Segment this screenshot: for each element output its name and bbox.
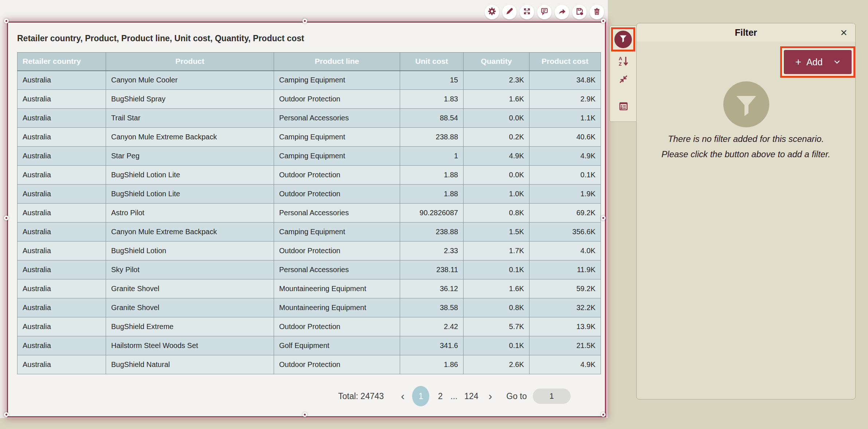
close-icon[interactable]: × bbox=[840, 25, 847, 40]
table-cell: Outdoor Protection bbox=[274, 90, 400, 109]
table-row[interactable]: AustraliaCanyon Mule Extreme BackpackCam… bbox=[17, 128, 601, 147]
current-page-badge[interactable]: 1 bbox=[412, 386, 429, 406]
pagination: Total: 24743 ‹ 1 2 ... 124 › Go to bbox=[338, 386, 571, 406]
table-cell: Canyon Mule Cooler bbox=[106, 71, 274, 90]
column-header[interactable]: Retailer country bbox=[17, 53, 106, 71]
table-widget[interactable]: Retailer country, Product, Product line,… bbox=[7, 22, 606, 417]
table-cell: BugShield Extreme bbox=[106, 317, 274, 336]
comment-button[interactable] bbox=[537, 5, 552, 19]
table-cell: 4.9K bbox=[464, 147, 529, 166]
table-cell: Australia bbox=[17, 223, 106, 241]
table-cell: Granite Shovel bbox=[106, 279, 274, 298]
table-cell: Camping Equipment bbox=[274, 71, 400, 90]
column-header[interactable]: Product line bbox=[274, 53, 400, 71]
table-row[interactable]: AustraliaHailstorm Steel Woods SetGolf E… bbox=[17, 336, 601, 355]
table-cell: BugShield Lotion Lite bbox=[106, 185, 274, 204]
table-row[interactable]: AustraliaCanyon Mule Extreme BackpackCam… bbox=[17, 223, 601, 241]
table-row[interactable]: AustraliaTrail StarPersonal Accessories8… bbox=[17, 109, 601, 128]
table-cell: 341.6 bbox=[400, 336, 464, 355]
table-cell: 1.1K bbox=[529, 109, 601, 128]
column-header[interactable]: Product cost bbox=[529, 53, 601, 71]
table-cell: Personal Accessories bbox=[274, 260, 400, 279]
table-cell: 59.2K bbox=[529, 279, 601, 298]
resize-handle-top-center[interactable] bbox=[302, 19, 307, 23]
table-cell: Australia bbox=[17, 109, 106, 128]
table-row[interactable]: AustraliaBugShield SprayOutdoor Protecti… bbox=[17, 90, 601, 109]
empty-filter-icon bbox=[723, 81, 769, 129]
table-row[interactable]: AustraliaBugShield ExtremeOutdoor Protec… bbox=[17, 317, 601, 336]
table-cell: 238.88 bbox=[400, 128, 464, 147]
table-cell: 0.8K bbox=[464, 298, 529, 317]
collapse-arrows-icon bbox=[618, 74, 629, 86]
table-cell: BugShield Lotion Lite bbox=[106, 166, 274, 185]
table-cell: 2.6K bbox=[464, 355, 529, 374]
table-row[interactable]: AustraliaCanyon Mule CoolerCamping Equip… bbox=[17, 71, 601, 90]
last-page-button[interactable]: 124 bbox=[462, 391, 481, 401]
save-button[interactable] bbox=[572, 5, 587, 19]
pagination-ellipsis: ... bbox=[450, 391, 457, 401]
resize-handle-bottom-right[interactable] bbox=[601, 412, 606, 417]
table-cell: Australia bbox=[17, 279, 106, 298]
column-header[interactable]: Quantity bbox=[464, 53, 529, 71]
sort-tool-button[interactable]: A Z bbox=[617, 55, 630, 68]
table-cell: 2.3K bbox=[464, 71, 529, 90]
table-cell: 356.6K bbox=[529, 223, 601, 241]
resize-handle-middle-right[interactable] bbox=[601, 216, 606, 220]
settings-button[interactable] bbox=[485, 5, 499, 19]
table-cell: 1.0K bbox=[464, 185, 529, 204]
table-row[interactable]: AustraliaStar PegCamping Equipment14.9K4… bbox=[17, 147, 601, 166]
empty-filter-line2: Please click the button above to add a f… bbox=[637, 147, 855, 162]
table-row[interactable]: AustraliaSky PilotPersonal Accessories23… bbox=[17, 260, 601, 279]
add-filter-button[interactable]: + Add bbox=[784, 50, 852, 74]
resize-handle-top-left[interactable] bbox=[4, 19, 9, 23]
table-row[interactable]: AustraliaAstro PilotPersonal Accessories… bbox=[17, 204, 601, 223]
table-cell: Australia bbox=[17, 71, 106, 90]
collapse-tool-button[interactable] bbox=[617, 74, 630, 86]
table-cell: 21.5K bbox=[529, 336, 601, 355]
table-cell: Australia bbox=[17, 260, 106, 279]
table-cell: 1.7K bbox=[464, 241, 529, 260]
filter-tool-button[interactable] bbox=[611, 27, 635, 51]
table-cell: 36.12 bbox=[400, 279, 464, 298]
table-cell: Australia bbox=[17, 185, 106, 204]
resize-handle-bottom-left[interactable] bbox=[4, 412, 9, 417]
table-cell: 238.88 bbox=[400, 223, 464, 241]
table-row[interactable]: AustraliaGranite ShovelMountaineering Eq… bbox=[17, 298, 601, 317]
resize-handle-top-right[interactable] bbox=[601, 19, 606, 23]
share-icon bbox=[558, 7, 566, 17]
column-header[interactable]: Unit cost bbox=[400, 53, 464, 71]
delete-button[interactable] bbox=[590, 5, 604, 19]
empty-filter-message: There is no filter added for this scenar… bbox=[637, 131, 855, 162]
filter-active-indicator bbox=[614, 31, 632, 48]
prev-page-button[interactable]: ‹ bbox=[398, 390, 408, 402]
edit-button[interactable] bbox=[502, 5, 517, 19]
table-cell: Outdoor Protection bbox=[274, 241, 400, 260]
column-header[interactable]: Product bbox=[106, 53, 274, 71]
resize-handle-bottom-center[interactable] bbox=[302, 412, 307, 417]
table-cell: 90.2826087 bbox=[400, 204, 464, 223]
table-cell: 5.7K bbox=[464, 317, 529, 336]
table-cell: Outdoor Protection bbox=[274, 185, 400, 204]
table-row[interactable]: AustraliaBugShield NaturalOutdoor Protec… bbox=[17, 355, 601, 374]
table-cell: 4.9K bbox=[529, 147, 601, 166]
table-row[interactable]: AustraliaBugShield Lotion LiteOutdoor Pr… bbox=[17, 185, 601, 204]
table-cell: 1.88 bbox=[400, 185, 464, 204]
comment-icon bbox=[540, 7, 548, 17]
share-button[interactable] bbox=[555, 5, 569, 19]
table-row[interactable]: AustraliaGranite ShovelMountaineering Eq… bbox=[17, 279, 601, 298]
filter-icon bbox=[618, 34, 628, 45]
table-cell: 4.9K bbox=[529, 355, 601, 374]
table-cell: 88.54 bbox=[400, 109, 464, 128]
table-cell: Australia bbox=[17, 166, 106, 185]
resize-handle-middle-left[interactable] bbox=[4, 216, 9, 220]
properties-tool-button[interactable] bbox=[617, 101, 630, 113]
next-page-button[interactable]: › bbox=[485, 390, 496, 402]
maximize-button[interactable] bbox=[520, 5, 534, 19]
save-icon bbox=[575, 7, 584, 17]
goto-page-input[interactable] bbox=[533, 389, 571, 404]
table-cell: Canyon Mule Extreme Backpack bbox=[106, 128, 274, 147]
table-row[interactable]: AustraliaBugShield LotionOutdoor Protect… bbox=[17, 241, 601, 260]
table-cell: Camping Equipment bbox=[274, 128, 400, 147]
page-2-button[interactable]: 2 bbox=[434, 391, 446, 401]
table-row[interactable]: AustraliaBugShield Lotion LiteOutdoor Pr… bbox=[17, 166, 601, 185]
